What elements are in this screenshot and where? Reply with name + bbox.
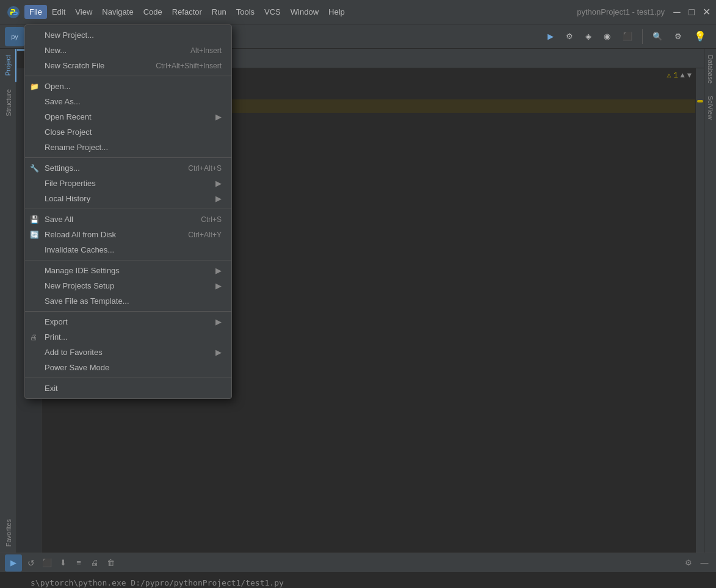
close-button[interactable]: ✕ (701, 7, 711, 17)
favorites-panel-label[interactable]: Favorites (1, 513, 16, 553)
run-button[interactable]: ▶ (543, 29, 559, 43)
menu-tools[interactable]: Tools (231, 5, 259, 19)
menu-item-new-projects-setup[interactable]: New Projects Setup ▶ (25, 278, 231, 293)
open-label: Open... (45, 82, 71, 91)
run-icon: ▶ (548, 32, 554, 41)
menu-item-add-favorites[interactable]: Add to Favorites ▶ (25, 345, 231, 360)
project-panel-label[interactable]: Project (1, 49, 16, 82)
menu-item-save-template[interactable]: Save File as Template... (25, 293, 231, 309)
file-menu-dropdown: New Project... New... Alt+Insert New Scr… (24, 24, 232, 399)
debug-icon: ⚙ (566, 32, 573, 41)
file-properties-arrow: ▶ (215, 179, 222, 188)
close-run-button[interactable]: ⬇ (56, 556, 70, 570)
menu-item-settings[interactable]: 🔧 Settings... Ctrl+Alt+S (25, 160, 231, 176)
menu-file[interactable]: File (24, 5, 47, 19)
search-button[interactable]: 🔍 (648, 29, 667, 43)
right-panel: Database SciView (704, 49, 716, 553)
file-menu: New Project... New... Alt+Insert New Scr… (24, 24, 232, 399)
settings-run-button[interactable]: ⚙ (682, 556, 695, 570)
maximize-button[interactable]: □ (687, 7, 696, 17)
bottom-toolbar: ▶ ↺ ⬛ ⬇ ≡ 🖨 🗑 ⚙ — (0, 553, 716, 573)
exit-label: Exit (45, 384, 58, 393)
debug-button[interactable]: ⚙ (561, 29, 578, 43)
database-panel-label[interactable]: Database (704, 49, 717, 90)
trash-button[interactable]: 🗑 (104, 556, 117, 570)
menu-bar: File Edit View Navigate Code Refactor Ru… (24, 5, 570, 19)
export-arrow: ▶ (215, 317, 222, 326)
menu-item-power-save[interactable]: Power Save Mode (25, 360, 231, 375)
menu-item-scratch[interactable]: New Scratch File Ctrl+Alt+Shift+Insert (25, 58, 231, 73)
menu-help[interactable]: Help (324, 5, 350, 19)
rerun-button[interactable]: ↺ (24, 556, 38, 570)
sciview-panel-label[interactable]: SciView (704, 90, 717, 126)
menu-item-export[interactable]: Export ▶ (25, 314, 231, 329)
reload-shortcut: Ctrl+Alt+Y (188, 231, 222, 239)
menu-divider-6 (25, 378, 231, 378)
menu-run[interactable]: Run (207, 5, 231, 19)
menu-item-local-history[interactable]: Local History ▶ (25, 191, 231, 206)
menu-item-new-project[interactable]: New Project... (25, 27, 231, 43)
collapse-button[interactable]: — (698, 556, 711, 570)
warning-nav-up[interactable]: ▲ (681, 71, 685, 80)
warning-count: 1 (673, 71, 678, 80)
run-command-line: s\pytorch\python.exe D:/pypro/pythonProj… (31, 576, 709, 588)
reload-label: Reload All from Disk (45, 230, 116, 239)
menu-item-new[interactable]: New... Alt+Insert (25, 43, 231, 58)
menu-code[interactable]: Code (139, 5, 167, 19)
new-projects-setup-label: New Projects Setup (45, 281, 114, 290)
menu-item-open-recent[interactable]: Open Recent ▶ (25, 109, 231, 124)
menu-navigate[interactable]: Navigate (97, 5, 138, 19)
add-favorites-label: Add to Favorites (45, 348, 103, 357)
scratch-shortcut: Ctrl+Alt+Shift+Insert (156, 62, 222, 70)
warning-nav-down[interactable]: ▼ (687, 71, 692, 80)
structure-panel-label[interactable]: Structure (1, 83, 16, 123)
menu-item-print[interactable]: 🖨 Print... (25, 329, 231, 345)
new-label: New... (45, 46, 67, 55)
save-all-icon: 💾 (30, 215, 39, 224)
project-toolbar-icon[interactable]: py (5, 27, 24, 46)
search-icon: 🔍 (653, 32, 662, 41)
menu-vcs[interactable]: VCS (259, 5, 286, 19)
menu-item-open[interactable]: 📁 Open... (25, 79, 231, 94)
filter-button[interactable]: ≡ (72, 556, 85, 570)
stop-run-button[interactable]: ⬛ (40, 556, 54, 570)
settings-button[interactable]: ⚙ (670, 29, 687, 43)
gear-icon: ⚙ (674, 32, 682, 41)
minimize-button[interactable]: ─ (672, 7, 682, 17)
menu-item-exit[interactable]: Exit (25, 381, 231, 396)
stop-button[interactable]: ⬛ (618, 29, 637, 43)
invalidate-label: Invalidate Caches... (45, 245, 114, 254)
menu-item-close-project[interactable]: Close Project (25, 124, 231, 140)
run-play-button[interactable]: ▶ (5, 554, 22, 572)
export-label: Export (45, 317, 68, 326)
menu-item-file-properties[interactable]: File Properties ▶ (25, 176, 231, 191)
coverage-button[interactable]: ◈ (580, 29, 596, 43)
menu-item-save-all[interactable]: 💾 Save All Ctrl+S (25, 212, 231, 227)
menu-item-reload[interactable]: 🔄 Reload All from Disk Ctrl+Alt+Y (25, 227, 231, 242)
rename-project-label: Rename Project... (45, 143, 108, 152)
menu-item-manage-ide[interactable]: Manage IDE Settings ▶ (25, 263, 231, 278)
menu-view[interactable]: View (70, 5, 97, 19)
menu-edit[interactable]: Edit (47, 5, 70, 19)
run-output: s\pytorch\python.exe D:/pypro/pythonProj… (0, 573, 716, 588)
profile-button[interactable]: ◉ (599, 29, 615, 43)
menu-item-rename-project[interactable]: Rename Project... (25, 140, 231, 155)
new-projects-setup-arrow: ▶ (215, 281, 222, 290)
warning-triangle-icon: ⚠ (667, 71, 671, 80)
profile-icon: ◉ (604, 32, 610, 41)
bottom-panel: ▶ ↺ ⬛ ⬇ ≡ 🖨 🗑 ⚙ — s\pytorch\python.exe D… (0, 553, 716, 588)
menu-item-save-as[interactable]: Save As... (25, 94, 231, 109)
power-save-label: Power Save Mode (45, 363, 109, 372)
menu-window[interactable]: Window (286, 5, 324, 19)
window-title: pythonProject1 - test1.py (577, 7, 665, 16)
menu-item-invalidate[interactable]: Invalidate Caches... (25, 242, 231, 257)
menu-refactor[interactable]: Refactor (167, 5, 207, 19)
window-controls: ─ □ ✕ (672, 7, 711, 17)
scrollbar-gutter (695, 68, 704, 553)
menu-divider-4 (25, 260, 231, 260)
print-run-button[interactable]: 🖨 (88, 556, 101, 570)
warning-count-area: ⚠ 1 ▲ ▼ (667, 71, 692, 80)
open-recent-label: Open Recent (45, 112, 92, 121)
save-all-label: Save All (45, 215, 73, 224)
ideas-button[interactable]: 💡 (689, 28, 711, 45)
